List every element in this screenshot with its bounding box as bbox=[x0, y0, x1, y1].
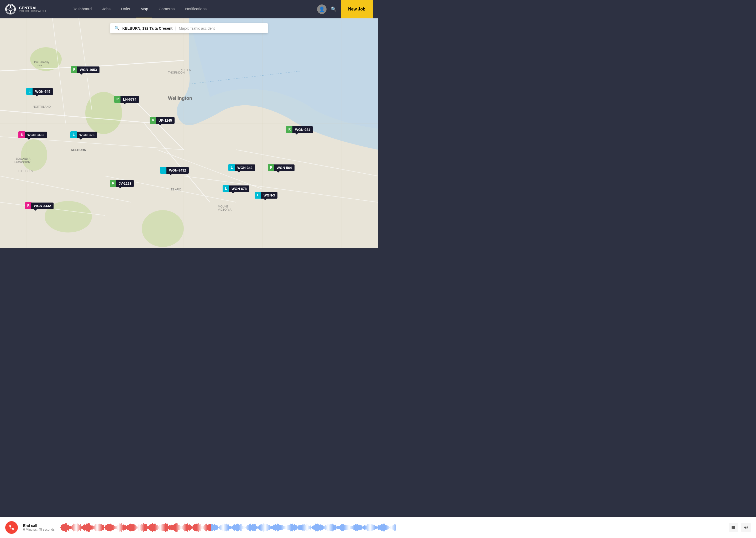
unit-badge: L bbox=[71, 131, 77, 138]
logo-text: CENTRAL POLICE DISPATCH bbox=[19, 6, 46, 13]
svg-point-11 bbox=[142, 210, 184, 247]
unit-marker[interactable]: L WGN-3 bbox=[255, 192, 277, 198]
svg-text:Ian Galloway: Ian Galloway bbox=[34, 61, 49, 64]
header: CENTRAL POLICE DISPATCH DashboardJobsUni… bbox=[0, 0, 378, 19]
nav-item-notifications[interactable]: Notifications bbox=[181, 0, 211, 19]
unit-badge: R bbox=[110, 180, 117, 187]
unit-badge: L bbox=[26, 88, 33, 95]
svg-text:ZEALANDIA: ZEALANDIA bbox=[16, 157, 30, 160]
unit-badge: L bbox=[255, 192, 261, 198]
unit-badge: R bbox=[150, 117, 157, 124]
svg-text:TE ARO: TE ARO bbox=[170, 188, 181, 191]
nav: DashboardJobsUnitsMapCamerasNotification… bbox=[63, 0, 317, 19]
unit-marker[interactable]: L WGN-3432 bbox=[160, 167, 189, 174]
unit-marker[interactable]: R WGN-981 bbox=[286, 126, 313, 133]
unit-marker[interactable]: R WGN-1053 bbox=[71, 66, 100, 73]
unit-label: WGN-564 bbox=[274, 164, 295, 171]
unit-badge: R bbox=[268, 164, 275, 171]
svg-text:PIPITEA: PIPITEA bbox=[180, 68, 191, 72]
unit-label: WGN-342 bbox=[235, 164, 255, 171]
map-container[interactable]: Wellington THORNDON NORTHLAND KELBURN HI… bbox=[0, 19, 378, 248]
svg-point-7 bbox=[30, 47, 62, 71]
unit-marker[interactable]: S WGN-3432 bbox=[19, 131, 47, 138]
unit-marker[interactable]: R LH-6774 bbox=[114, 96, 139, 103]
search-description: Major: Traffic accident bbox=[179, 26, 215, 30]
unit-label: WGN-323 bbox=[77, 132, 97, 138]
svg-text:HIGHBURY: HIGHBURY bbox=[19, 169, 34, 173]
avatar[interactable]: 👤 bbox=[317, 4, 327, 14]
svg-text:Wellington: Wellington bbox=[168, 96, 192, 101]
unit-badge: R bbox=[114, 96, 121, 103]
unit-marker[interactable]: R WGN-3432 bbox=[25, 202, 54, 209]
unit-badge: R bbox=[71, 66, 78, 73]
svg-point-9 bbox=[21, 139, 47, 171]
unit-label: WGN-678 bbox=[229, 186, 249, 192]
unit-label: LH-6774 bbox=[120, 96, 139, 103]
unit-label: WGN-981 bbox=[292, 126, 313, 133]
header-right: 👤 🔍 New Job bbox=[317, 0, 373, 19]
unit-label: WGN-3432 bbox=[31, 202, 54, 209]
search-location: KELBURN, 192 Taita Cresent bbox=[122, 26, 172, 30]
unit-badge: L bbox=[160, 167, 167, 174]
search-bar[interactable]: 🔍 KELBURN, 192 Taita Cresent | Major: Tr… bbox=[110, 23, 268, 33]
logo-title: CENTRAL bbox=[19, 6, 46, 10]
svg-text:KELBURN: KELBURN bbox=[71, 148, 86, 152]
unit-label: JV-1223 bbox=[116, 180, 134, 187]
unit-marker[interactable]: L WGN-545 bbox=[26, 88, 53, 95]
unit-marker[interactable]: L WGN-323 bbox=[71, 131, 97, 138]
unit-label: WGN-1053 bbox=[77, 67, 100, 73]
logo-icon bbox=[5, 4, 16, 15]
nav-item-units[interactable]: Units bbox=[117, 0, 134, 19]
unit-marker[interactable]: R WGN-564 bbox=[268, 164, 295, 171]
unit-badge: L bbox=[228, 164, 235, 171]
search-icon: 🔍 bbox=[115, 26, 120, 31]
unit-badge: R bbox=[286, 126, 293, 133]
unit-label: WGN-3 bbox=[261, 192, 277, 198]
unit-marker[interactable]: R UP-1245 bbox=[150, 117, 174, 124]
svg-text:NORTHLAND: NORTHLAND bbox=[33, 105, 51, 108]
svg-point-1 bbox=[9, 8, 12, 11]
unit-label: WGN-3432 bbox=[166, 167, 189, 174]
unit-label: WGN-3432 bbox=[25, 132, 47, 138]
unit-badge: S bbox=[19, 131, 25, 138]
svg-text:VICTORIA: VICTORIA bbox=[218, 208, 231, 211]
unit-label: WGN-545 bbox=[32, 88, 53, 95]
unit-marker[interactable]: R JV-1223 bbox=[110, 180, 134, 187]
search-icon[interactable]: 🔍 bbox=[331, 6, 337, 12]
unit-badge: L bbox=[223, 185, 229, 192]
logo-subtitle: POLICE DISPATCH bbox=[19, 10, 46, 13]
nav-item-jobs[interactable]: Jobs bbox=[98, 0, 115, 19]
nav-item-cameras[interactable]: Cameras bbox=[154, 0, 179, 19]
nav-item-map[interactable]: Map bbox=[136, 0, 152, 19]
svg-text:Park: Park bbox=[37, 64, 42, 67]
svg-text:Ecosanctuary: Ecosanctuary bbox=[15, 161, 30, 163]
unit-badge: R bbox=[25, 202, 32, 209]
unit-marker[interactable]: L WGN-678 bbox=[223, 185, 249, 192]
unit-label: UP-1245 bbox=[156, 117, 174, 124]
svg-text:MOUNT: MOUNT bbox=[218, 205, 229, 208]
nav-item-dashboard[interactable]: Dashboard bbox=[68, 0, 96, 19]
unit-marker[interactable]: L WGN-342 bbox=[228, 164, 255, 171]
new-job-button[interactable]: New Job bbox=[341, 0, 373, 19]
logo-area: CENTRAL POLICE DISPATCH bbox=[5, 0, 63, 19]
